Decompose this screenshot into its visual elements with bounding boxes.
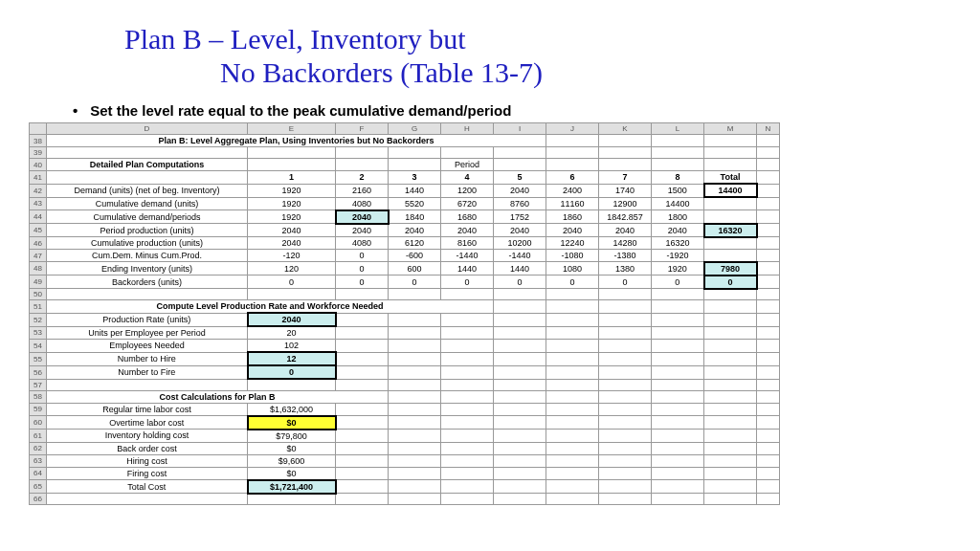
title-line-1: Plan B – Level, Inventory but: [124, 23, 466, 55]
bullet-point: • Set the level rate equal to the peak c…: [0, 89, 980, 122]
spreadsheet-table: DEFGHIJKLMN38Plan B: Level Aggregate Pla…: [29, 122, 780, 505]
bullet-text: Set the level rate equal to the peak cum…: [90, 102, 511, 119]
slide-title: Plan B – Level, Inventory but No Backord…: [0, 0, 980, 89]
slide: Plan B – Level, Inventory but No Backord…: [0, 0, 980, 551]
bullet-icon: •: [73, 102, 86, 119]
title-line-2: No Backorders (Table 13-7): [124, 56, 543, 90]
